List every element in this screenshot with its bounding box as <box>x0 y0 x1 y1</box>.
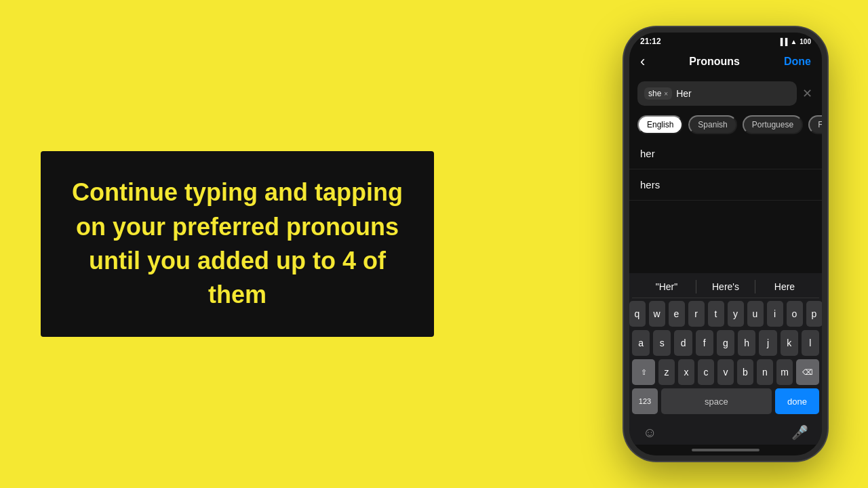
status-bar: 21:12 ▐▐ ▲ 100 <box>629 33 822 47</box>
pronoun-tag-label: she <box>648 89 661 98</box>
autocomplete-row: "Her" Here's Here <box>632 277 819 298</box>
key-g[interactable]: g <box>717 330 734 356</box>
numbers-key[interactable]: 123 <box>632 388 658 414</box>
key-j[interactable]: j <box>759 330 776 356</box>
key-v[interactable]: v <box>717 359 734 385</box>
key-b[interactable]: b <box>737 359 753 385</box>
key-s[interactable]: s <box>653 330 671 356</box>
lang-btn-english[interactable]: English <box>637 115 683 134</box>
input-area[interactable]: she × Her ✕ <box>629 76 822 111</box>
key-p[interactable]: p <box>806 301 823 327</box>
mic-icon[interactable]: 🎤 <box>791 424 808 441</box>
key-w[interactable]: w <box>649 301 665 327</box>
autocomplete-here[interactable]: Here <box>755 280 814 293</box>
key-row-1: q w e r t y u i o p <box>632 301 819 327</box>
key-m[interactable]: m <box>776 359 793 385</box>
key-l[interactable]: l <box>802 330 819 356</box>
pronoun-tag-remove[interactable]: × <box>664 90 668 98</box>
signal-icon: ▐▐ <box>778 38 787 45</box>
battery-icon: 100 <box>800 38 811 45</box>
key-e[interactable]: e <box>669 301 685 327</box>
lang-btn-spanish[interactable]: Spanish <box>688 115 736 134</box>
key-row-2: a s d f g h j k l <box>632 330 819 356</box>
autocomplete-heres[interactable]: Here's <box>696 280 755 293</box>
key-o[interactable]: o <box>787 301 803 327</box>
home-bar <box>692 449 760 451</box>
backspace-key[interactable]: ⌫ <box>796 359 819 385</box>
search-input[interactable]: Her <box>676 88 692 99</box>
suggestion-hers[interactable]: hers <box>629 169 822 201</box>
instruction-text: Continue typing and tapping on your pref… <box>68 176 407 312</box>
done-button[interactable]: Done <box>784 56 811 68</box>
key-y[interactable]: y <box>728 301 744 327</box>
emoji-icon[interactable]: ☺ <box>643 425 656 441</box>
autocomplete-her[interactable]: "Her" <box>637 280 696 293</box>
suggestion-her[interactable]: her <box>629 138 822 169</box>
pronoun-input-box[interactable]: she × Her <box>637 81 797 106</box>
key-r[interactable]: r <box>688 301 705 327</box>
home-indicator <box>629 445 822 455</box>
back-button[interactable]: ‹ <box>640 53 645 70</box>
status-time: 21:12 <box>640 37 661 46</box>
nav-header: ‹ Pronouns Done <box>629 47 822 76</box>
key-row-3: ⇧ z x c v b n m ⌫ <box>632 359 819 385</box>
keyboard: "Her" Here's Here q w e r t y u i o p a … <box>629 273 822 420</box>
key-n[interactable]: n <box>757 359 773 385</box>
key-row-4: 123 space done <box>632 388 819 414</box>
key-k[interactable]: k <box>781 330 798 356</box>
key-i[interactable]: i <box>767 301 783 327</box>
key-h[interactable]: h <box>738 330 755 356</box>
key-u[interactable]: u <box>747 301 764 327</box>
key-z[interactable]: z <box>658 359 675 385</box>
language-filter: English Spanish Portuguese French Ger <box>629 111 822 138</box>
bottom-bar: ☺ 🎤 <box>629 420 822 445</box>
phone-mockup: 21:12 ▐▐ ▲ 100 ‹ Pronouns Done she × Her… <box>624 27 827 461</box>
space-key[interactable]: space <box>661 388 772 414</box>
instruction-text-block: Continue typing and tapping on your pref… <box>41 151 434 337</box>
page-title: Pronouns <box>689 56 740 68</box>
key-a[interactable]: a <box>632 330 650 356</box>
key-c[interactable]: c <box>698 359 714 385</box>
pronoun-tag-she[interactable]: she × <box>644 87 672 100</box>
status-icons: ▐▐ ▲ 100 <box>778 38 811 45</box>
wifi-icon: ▲ <box>790 38 797 45</box>
key-t[interactable]: t <box>708 301 724 327</box>
key-x[interactable]: x <box>678 359 694 385</box>
key-d[interactable]: d <box>674 330 692 356</box>
clear-input-icon[interactable]: ✕ <box>801 85 814 102</box>
lang-btn-portuguese[interactable]: Portuguese <box>743 115 803 134</box>
suggestions-list: her hers <box>629 138 822 273</box>
keyboard-done-key[interactable]: done <box>775 388 819 414</box>
lang-btn-french[interactable]: French <box>808 115 822 134</box>
key-q[interactable]: q <box>629 301 646 327</box>
shift-key[interactable]: ⇧ <box>632 359 655 385</box>
key-f[interactable]: f <box>696 330 713 356</box>
